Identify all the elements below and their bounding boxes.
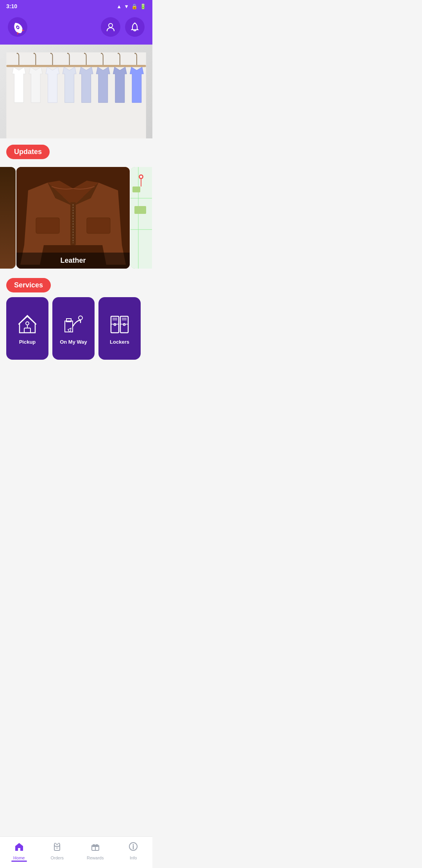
rocket-logo-icon: [8, 17, 27, 37]
map-preview-svg: [131, 167, 152, 269]
pickup-label: Pickup: [19, 339, 36, 345]
lock-icon: 🔒: [131, 4, 138, 9]
hero-banner: [0, 45, 152, 138]
clothes-rack-svg: [0, 52, 152, 138]
svg-point-32: [79, 316, 82, 320]
header: [0, 13, 152, 45]
status-icons: ▲ ▼ 🔒 🔋: [116, 4, 146, 9]
notification-button[interactable]: [125, 17, 145, 37]
leather-card-label: Leather: [16, 253, 130, 269]
svg-rect-33: [111, 316, 119, 333]
signal-icon: ▲: [116, 4, 122, 9]
services-label: Services: [6, 278, 51, 292]
updates-section: Updates: [0, 138, 152, 167]
logo-container: [8, 17, 27, 37]
updates-carousel[interactable]: Leather: [0, 167, 152, 272]
locker-icon: [108, 312, 131, 336]
svg-rect-18: [36, 218, 59, 233]
house-location-icon: [16, 312, 39, 336]
status-bar: 3:10 ▲ ▼ 🔒 🔋: [0, 0, 152, 13]
svg-rect-24: [132, 187, 140, 192]
svg-rect-28: [24, 328, 30, 333]
update-card-map[interactable]: [131, 167, 152, 269]
service-card-pickup[interactable]: Pickup: [6, 297, 48, 360]
updates-label: Updates: [6, 145, 50, 159]
services-section: Services Pickup: [0, 272, 152, 363]
profile-button[interactable]: [101, 17, 120, 37]
service-card-lockers[interactable]: Lockers: [98, 297, 141, 360]
update-card-left-partial[interactable]: [0, 167, 16, 269]
update-card-leather[interactable]: Leather: [16, 167, 130, 269]
svg-point-4: [134, 23, 136, 24]
svg-rect-25: [134, 206, 146, 214]
svg-point-29: [26, 322, 29, 325]
bell-icon: [130, 22, 140, 32]
clothes-rack: [0, 45, 152, 138]
services-grid: Pickup On My Way: [6, 297, 146, 360]
battery-icon: 🔋: [140, 4, 146, 9]
on-my-way-label: On My Way: [60, 339, 87, 345]
svg-rect-36: [120, 316, 128, 333]
wifi-icon: ▼: [124, 4, 129, 9]
route-location-icon: [62, 312, 85, 336]
svg-rect-19: [87, 218, 110, 233]
service-card-on-my-way[interactable]: On My Way: [52, 297, 95, 360]
status-time: 3:10: [6, 3, 17, 9]
svg-point-3: [109, 23, 113, 27]
lockers-label: Lockers: [110, 339, 129, 345]
profile-icon: [106, 22, 116, 32]
header-actions: [101, 17, 145, 37]
svg-rect-6: [6, 65, 146, 67]
svg-point-27: [140, 176, 142, 178]
